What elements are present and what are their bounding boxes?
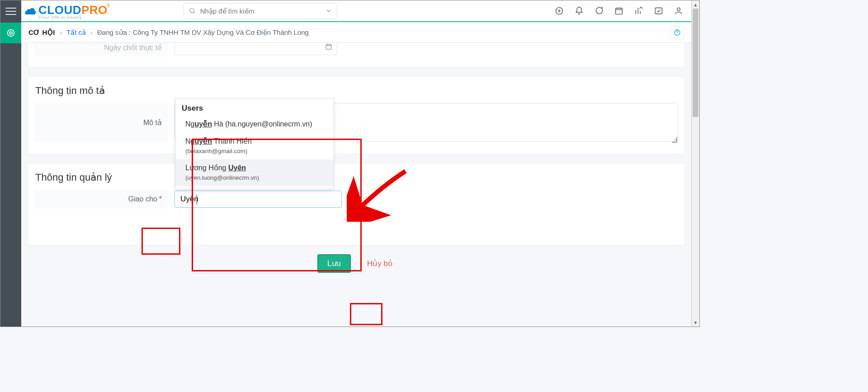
help-button[interactable]	[670, 26, 684, 39]
assigned-to-field[interactable]: Users Nguyễn Hà (ha.nguyen@onlinecrm.vn)…	[175, 191, 342, 208]
form-actions: Lưu Hủy bỏ	[21, 254, 691, 273]
breadcrumb-all[interactable]: Tất cả	[66, 28, 86, 37]
panel-dates: Ngày chốt thực tế	[28, 43, 685, 67]
label-close-date: Ngày chốt thực tế	[34, 43, 168, 57]
topbar: CLOUDPRO® Cloud CRM by Industry	[21, 0, 691, 22]
panel-description: Thông tin mô tả Mô tả	[28, 76, 685, 154]
svg-point-6	[677, 8, 680, 11]
user-option[interactable]: Nguyễn Hà (ha.nguyen@onlinecrm.vn)	[175, 116, 334, 133]
breadcrumb: CƠ HỘI › Tất cả › Đang sửa : Công Ty TNH…	[21, 22, 691, 43]
dropdown-title: Users	[175, 101, 334, 116]
assigned-to-input[interactable]	[179, 194, 337, 204]
panel-management: Thông tin quản lý Giao cho* Users Nguyễn…	[28, 163, 685, 245]
tasks-icon[interactable]	[654, 6, 663, 15]
profile-icon[interactable]	[674, 6, 683, 15]
label-assigned-to: Giao cho*	[34, 190, 168, 209]
search-input[interactable]	[199, 7, 321, 15]
label-description: Mô tả	[34, 103, 168, 142]
sidebar	[0, 0, 21, 327]
section-title-description: Thông tin mô tả	[35, 85, 678, 97]
calendar-picker-icon	[325, 43, 332, 50]
logo[interactable]: CLOUDPRO® Cloud CRM by Industry	[23, 3, 111, 19]
required-marker: *	[159, 195, 162, 203]
text-caret	[197, 195, 197, 205]
calendar-icon[interactable]	[614, 6, 623, 15]
svg-point-0	[8, 30, 14, 37]
info-icon[interactable]	[346, 195, 354, 203]
chat-icon[interactable]	[594, 6, 604, 15]
svg-rect-5	[656, 8, 662, 14]
scroll-down-arrow[interactable]: ▼	[692, 318, 699, 327]
save-button[interactable]: Lưu	[317, 254, 351, 273]
breadcrumb-separator: ›	[60, 28, 62, 36]
menu-toggle[interactable]	[0, 0, 21, 22]
search-icon	[189, 7, 196, 14]
user-option[interactable]: Lương Hồng Uyên(uyen.luong@onlinecrm.vn)	[175, 159, 334, 186]
outer-scrollbar[interactable]: ▲ ▼	[691, 0, 699, 327]
bell-icon[interactable]	[575, 6, 584, 15]
close-date-input[interactable]	[175, 43, 337, 55]
scroll-up-arrow[interactable]: ▲	[692, 0, 699, 9]
scroll-thumb[interactable]	[693, 9, 698, 117]
help-icon	[674, 29, 681, 36]
svg-point-2	[189, 9, 193, 13]
reports-icon[interactable]	[634, 6, 643, 15]
sidebar-record-icon[interactable]	[0, 23, 21, 43]
section-title-management: Thông tin quản lý	[35, 172, 678, 183]
scroll-track[interactable]	[692, 9, 699, 318]
svg-point-1	[9, 32, 12, 34]
top-actions	[555, 6, 683, 15]
svg-rect-8	[326, 44, 331, 49]
user-option[interactable]: Nguyễn Thanh Hiền(bolaxanh@gmail.com)	[175, 133, 334, 159]
global-search[interactable]	[184, 3, 337, 19]
svg-rect-4	[616, 8, 623, 14]
chevron-down-icon[interactable]	[325, 7, 332, 14]
breadcrumb-editing: Đang sửa : Công Ty TNHH TM DV Xây Dựng V…	[97, 28, 309, 37]
breadcrumb-separator: ›	[90, 28, 93, 36]
breadcrumb-module[interactable]: CƠ HỘI	[28, 28, 55, 37]
cancel-button[interactable]: Hủy bỏ	[364, 258, 395, 269]
user-dropdown: Users Nguyễn Hà (ha.nguyen@onlinecrm.vn)…	[175, 98, 334, 189]
add-icon[interactable]	[555, 6, 564, 15]
